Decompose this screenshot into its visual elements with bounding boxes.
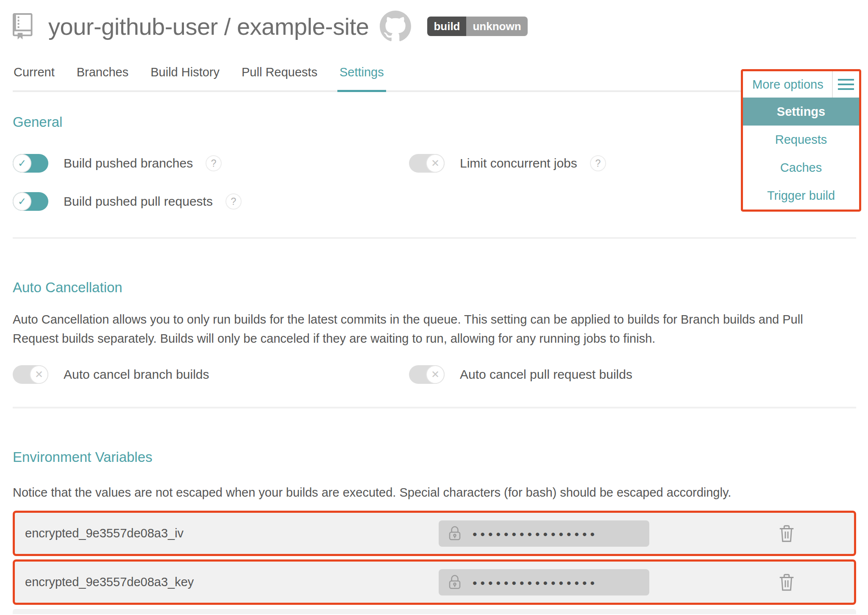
auto-cancellation-heading: Auto Cancellation xyxy=(13,280,856,296)
page-title: your-github-user / example-site xyxy=(48,13,369,40)
delete-env-var-button[interactable] xyxy=(777,523,796,544)
toggle-row-build-pushed-branches: ✓ Build pushed branches ? xyxy=(13,154,409,173)
toggle-cross-icon: ✕ xyxy=(426,365,445,384)
menu-item-caches[interactable]: Caches xyxy=(743,154,859,182)
toggle-label: Limit concurrent jobs xyxy=(460,156,577,171)
auto-cancel-branch-builds-toggle[interactable]: ✕ xyxy=(13,365,48,384)
environment-variables-notice: Notice that the values are not escaped w… xyxy=(13,483,824,502)
env-var-row-key: encrypted_9e3557de08a3_key •••••••••••••… xyxy=(13,559,856,605)
repo-book-icon xyxy=(13,13,39,39)
auto-cancellation-toggles: ✕ Auto cancel branch builds ✕ Auto cance… xyxy=(13,365,856,384)
toggle-row-build-pushed-pull-requests: ✓ Build pushed pull requests ? xyxy=(13,192,409,211)
trash-icon xyxy=(777,523,796,544)
tab-build-history[interactable]: Build History xyxy=(150,65,220,90)
help-icon[interactable]: ? xyxy=(206,155,222,171)
section-divider xyxy=(13,407,856,408)
build-status-badge: build unknown xyxy=(427,17,527,36)
toggle-check-icon: ✓ xyxy=(13,192,31,211)
env-var-name-field[interactable]: encrypted_9e3557de08a3_key xyxy=(15,575,439,589)
next-env-row-peek xyxy=(13,609,856,614)
tab-settings[interactable]: Settings xyxy=(339,65,385,90)
auto-cancel-pull-request-builds-toggle[interactable]: ✕ xyxy=(409,365,445,384)
general-heading: General xyxy=(13,114,856,130)
env-var-name-field[interactable]: encrypted_9e3557de08a3_iv xyxy=(15,526,439,540)
env-var-value-field[interactable]: •••••••••••••••• xyxy=(439,520,649,547)
more-options-header: More options xyxy=(743,71,859,98)
badge-status-value: unknown xyxy=(466,17,527,36)
menu-item-trigger-build[interactable]: Trigger build xyxy=(743,182,859,210)
menu-item-requests[interactable]: Requests xyxy=(743,126,859,154)
section-divider xyxy=(13,237,856,239)
toggle-label: Build pushed pull requests xyxy=(64,194,213,209)
more-options-dropdown: More options Settings Requests Caches Tr… xyxy=(741,69,861,212)
trash-icon xyxy=(777,572,796,593)
toggle-cross-icon: ✕ xyxy=(30,365,48,384)
tab-pull-requests[interactable]: Pull Requests xyxy=(241,65,318,90)
masked-value: •••••••••••••••• xyxy=(473,526,598,541)
github-logo-icon[interactable] xyxy=(380,11,411,42)
environment-variables-heading: Environment Variables xyxy=(13,449,856,465)
help-icon[interactable]: ? xyxy=(590,155,606,171)
build-pushed-pull-requests-toggle[interactable]: ✓ xyxy=(13,192,48,211)
repo-header: your-github-user / example-site build un… xyxy=(13,10,868,42)
delete-env-var-button[interactable] xyxy=(777,572,796,593)
lock-icon xyxy=(446,525,463,542)
toggle-label: Auto cancel branch builds xyxy=(64,367,209,382)
menu-item-settings[interactable]: Settings xyxy=(743,98,859,126)
repo-tab-bar: Current Branches Build History Pull Requ… xyxy=(13,65,856,92)
general-toggles: ✓ Build pushed branches ? ✕ Limit concur… xyxy=(13,154,856,211)
help-icon[interactable]: ? xyxy=(225,193,242,210)
build-pushed-branches-toggle[interactable]: ✓ xyxy=(13,154,48,173)
masked-value: •••••••••••••••• xyxy=(473,575,598,590)
toggle-label: Auto cancel pull request builds xyxy=(460,367,632,382)
toggle-check-icon: ✓ xyxy=(13,154,31,173)
hamburger-menu-icon[interactable] xyxy=(832,71,859,98)
toggle-row-auto-cancel-branch-builds: ✕ Auto cancel branch builds xyxy=(13,365,409,384)
toggle-row-auto-cancel-pull-request-builds: ✕ Auto cancel pull request builds xyxy=(409,365,856,384)
limit-concurrent-jobs-toggle[interactable]: ✕ xyxy=(409,154,445,173)
more-options-button[interactable]: More options xyxy=(743,71,832,98)
lock-icon xyxy=(446,574,463,591)
tab-branches[interactable]: Branches xyxy=(76,65,130,90)
toggle-label: Build pushed branches xyxy=(64,156,193,171)
badge-build-label: build xyxy=(427,17,466,36)
env-var-row-iv: encrypted_9e3557de08a3_iv ••••••••••••••… xyxy=(13,511,856,556)
env-var-value-field[interactable]: •••••••••••••••• xyxy=(439,569,649,595)
auto-cancellation-description: Auto Cancellation allows you to only run… xyxy=(13,310,824,348)
toggle-cross-icon: ✕ xyxy=(426,154,445,173)
tab-current[interactable]: Current xyxy=(13,65,56,90)
